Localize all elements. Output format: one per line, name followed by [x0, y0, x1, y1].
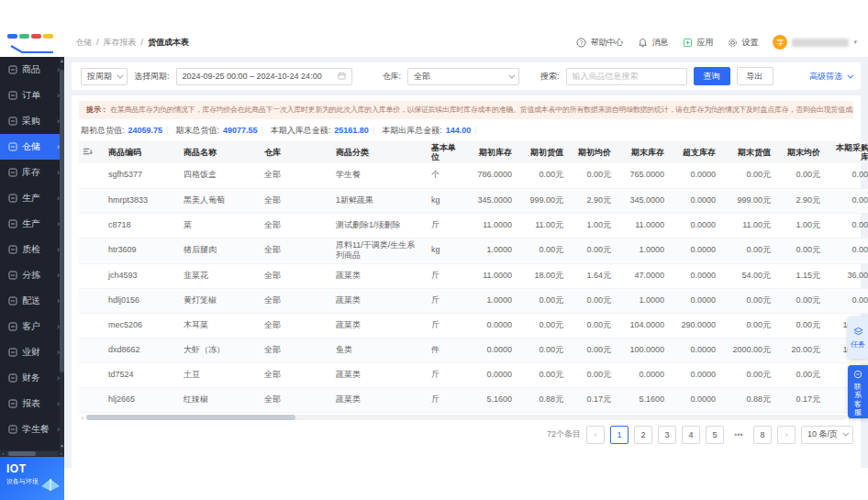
sidebar-item[interactable]: 质检 ›	[0, 237, 64, 262]
page-button[interactable]: 3	[658, 426, 676, 444]
export-button[interactable]: 导出	[737, 67, 773, 85]
date-range-input[interactable]: 2024-09-25 00:00 – 2024-10-24 24:00	[176, 68, 352, 85]
apps-link[interactable]: 应用	[683, 37, 713, 49]
layers-icon	[853, 327, 863, 338]
cell-end-price: 0.00元	[778, 313, 828, 338]
table-row[interactable]: hdlj0156 黄灯笼椒 全部 蔬菜类 斤 1.0000 0.00元 0.00…	[79, 288, 868, 313]
page-button[interactable]: 1	[610, 426, 629, 444]
sidebar-item-icon	[8, 322, 17, 331]
cell-begin-value: 18.00元	[519, 263, 571, 288]
breadcrumb-current: 货值成本表	[148, 37, 189, 49]
cell-end-qty: 5.1600	[618, 387, 672, 412]
task-widget[interactable]: 任务	[848, 317, 868, 359]
table-row[interactable]: hlj2665 红辣椒 全部 蔬菜类 斤 5.1600 0.88元 0.17元 …	[79, 387, 868, 412]
column-settings-icon[interactable]	[79, 141, 101, 163]
table-row[interactable]: htr3609 猪后腿肉 全部 原料11/干调类/生生系列商品 kg 1.000…	[79, 238, 868, 263]
cell-end-qty: 345.0000	[618, 188, 672, 213]
next-page-button[interactable]: ›	[777, 426, 796, 444]
sidebar-item[interactable]: 财务 ›	[0, 365, 64, 391]
cell-category: 鱼类	[328, 338, 424, 362]
user-menu[interactable]: 字 ▾	[773, 35, 857, 50]
period-mode-select[interactable]: 按周期	[81, 68, 128, 85]
cell-over-qty: 0.0000	[672, 387, 723, 412]
cost-table: 商品编码 商品名称 仓库 商品分类 基本单位 期初库存 期初货值 期初均价 期末…	[79, 141, 868, 413]
cell-purchase-qty: 0.0000	[828, 188, 868, 213]
table-row[interactable]: jch4593 韭菜花 全部 蔬菜类 斤 11.0000 18.00元 1.64…	[79, 263, 868, 288]
cell-begin-value: 0.00元	[519, 238, 571, 263]
table-row[interactable]: dxd8662 大虾（冻） 全部 鱼类 件 0.0000 0.00元 0.00元…	[79, 338, 868, 362]
warehouse-select[interactable]: 全部	[407, 68, 519, 85]
sidebar-item[interactable]: 客户 ›	[0, 314, 64, 339]
contact-service-widget[interactable]: 联系客服	[848, 365, 868, 418]
sidebar-item[interactable]: 生产 ›	[0, 211, 64, 237]
sidebar-item[interactable]: 订单 ›	[0, 83, 64, 108]
summary-value: 25161.80	[334, 126, 369, 135]
sidebar-item[interactable]: 业财 ›	[0, 339, 64, 365]
app-header: 仓储 / 库存报表 / 货值成本表 ? 帮助中心 消息	[0, 28, 868, 57]
cell-end-qty: 11.0000	[618, 213, 672, 238]
service-text-vertical: 联系客服	[854, 383, 862, 417]
page-button[interactable]: 8	[753, 426, 772, 444]
cell-warehouse: 全部	[257, 238, 328, 263]
hscrollbar-thumb[interactable]	[86, 415, 295, 420]
cell-category: 蔬菜类	[328, 387, 424, 412]
sidebar-item[interactable]: 生产 ›	[0, 185, 64, 211]
sidebar-item[interactable]: 仓储 ›	[0, 134, 64, 160]
advanced-filter-link[interactable]: 高级筛选	[809, 71, 851, 83]
sidebar-item[interactable]: 报表 ›	[0, 391, 64, 417]
sidebar-hscrollbar[interactable]: ‹ ›	[0, 450, 64, 457]
sidebar-item[interactable]: 采购 ›	[0, 108, 64, 134]
breadcrumb-item[interactable]: 仓储	[75, 37, 92, 49]
cell-begin-qty: 1.0000	[468, 288, 519, 313]
scroll-right-icon[interactable]: ›	[58, 450, 64, 457]
sidebar-item[interactable]: 库存 ›	[0, 160, 64, 185]
cell-name: 黑美人葡萄	[176, 188, 257, 213]
table-row[interactable]: hmrpt3833 黑美人葡萄 全部 1新鲜蔬果 kg 345.0000 999…	[79, 188, 868, 213]
search-input[interactable]	[566, 68, 687, 85]
page-button[interactable]: 2	[634, 426, 652, 444]
page-button[interactable]: •••	[729, 426, 748, 444]
page-button[interactable]: 4	[682, 426, 700, 444]
page-size-select[interactable]: 10 条/页	[801, 426, 853, 444]
cell-end-value: 0.00元	[723, 362, 778, 387]
svg-text:?: ?	[580, 39, 584, 45]
table-row[interactable]: td7524 土豆 全部 蔬菜类 斤 0.0000 0.00元 0.00元 0.…	[79, 362, 868, 387]
cell-end-price: 0.17元	[778, 387, 828, 412]
sidebar-item[interactable]: 分拣 ›	[0, 262, 64, 288]
cell-end-qty: 47.0000	[618, 263, 672, 288]
scroll-left-icon[interactable]: ‹	[79, 415, 86, 421]
table-row[interactable]: sgfh5377 四格饭盒 全部 学生餐 个 786.0000 0.00元 0.…	[79, 163, 868, 188]
sidebar-item-icon	[8, 219, 17, 228]
cell-warehouse: 全部	[257, 163, 328, 188]
table-row[interactable]: mec5206 木耳菜 全部 蔬菜类 斤 0.0000 0.00元 0.00元 …	[79, 313, 868, 338]
table-wrapper: 商品编码 商品名称 仓库 商品分类 基本单位 期初库存 期初货值 期初均价 期末…	[79, 141, 868, 413]
iot-panel[interactable]: IOT 设备与环境	[0, 457, 64, 500]
cell-end-value: 999.00元	[723, 188, 778, 213]
page-button[interactable]: 5	[706, 426, 724, 444]
sidebar-item-icon	[8, 425, 17, 434]
period-label: 选择周期:	[134, 71, 170, 83]
cell-warehouse: 全部	[257, 288, 328, 313]
summary-value: 24059.75	[128, 126, 163, 135]
search-button[interactable]: 查询	[694, 67, 730, 85]
sidebar-item[interactable]: 学生餐 ›	[0, 417, 64, 442]
scroll-left-icon[interactable]: ‹	[0, 450, 6, 457]
cell-begin-value: 0.00元	[519, 288, 571, 313]
message-link[interactable]: 消息	[638, 37, 668, 49]
settings-link[interactable]: 设置	[728, 37, 758, 49]
cell-end-price: 1.00元	[778, 213, 828, 238]
user-name-redacted	[792, 39, 849, 47]
prev-page-button[interactable]: ‹	[586, 426, 605, 444]
cell-purchase-qty: 0.0000	[828, 213, 868, 238]
help-center-link[interactable]: ? 帮助中心	[576, 37, 623, 49]
cell-begin-price: 0.00元	[571, 288, 618, 313]
table-hscrollbar[interactable]: ‹ ›	[79, 415, 853, 421]
sidebar-item[interactable]: 配送 ›	[0, 288, 64, 314]
table-row[interactable]: c8718 菜 全部 测试删除1/须删除 斤 11.0000 11.00元 1.…	[79, 213, 868, 238]
cell-over-qty: 0.0000	[672, 163, 723, 188]
hscrollbar-thumb[interactable]	[8, 451, 36, 456]
cell-unit: 件	[424, 338, 468, 362]
sidebar-item-icon	[8, 117, 17, 126]
breadcrumb-item[interactable]: 库存报表	[104, 37, 137, 49]
sidebar-item[interactable]: 商品 ›	[0, 57, 64, 83]
